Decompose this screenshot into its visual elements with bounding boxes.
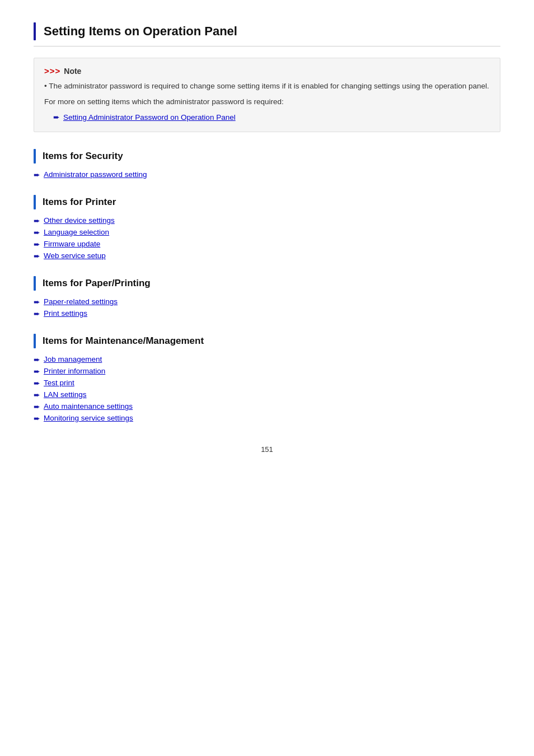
section-maintenance: Items for Maintenance/Management➨Job man… (34, 334, 500, 423)
arrow-icon: ➨ (34, 390, 40, 399)
link-printer-3[interactable]: Web service setup (44, 251, 106, 260)
section-printer: Items for Printer➨Other device settings➨… (34, 195, 500, 260)
section-bar-paper (34, 276, 36, 291)
note-icon: >>> (44, 66, 60, 76)
arrow-icon: ➨ (34, 228, 40, 237)
list-item: ➨Auto maintenance settings (34, 402, 500, 411)
link-maintenance-4[interactable]: Auto maintenance settings (44, 402, 133, 410)
section-bar-printer (34, 195, 36, 209)
list-item: ➨Job management (34, 355, 500, 364)
note-subtext: For more on setting items which the admi… (44, 96, 490, 108)
section-links-security: ➨Administrator password setting (34, 170, 500, 179)
link-printer-1[interactable]: Language selection (44, 228, 109, 236)
link-maintenance-2[interactable]: Test print (44, 379, 74, 387)
arrow-icon: ➨ (34, 240, 40, 249)
list-item: ➨Firmware update (34, 240, 500, 249)
section-paper: Items for Paper/Printing➨Paper-related s… (34, 276, 500, 318)
page-number: 151 (34, 445, 500, 454)
link-printer-0[interactable]: Other device settings (44, 216, 115, 225)
arrow-icon: ➨ (34, 414, 40, 423)
list-item: ➨Administrator password setting (34, 170, 500, 179)
arrow-icon: ➨ (34, 251, 40, 260)
section-title-printer: Items for Printer (43, 197, 116, 208)
link-maintenance-3[interactable]: LAN settings (44, 390, 87, 399)
list-item: ➨Monitoring service settings (34, 414, 500, 423)
list-item: ➨Paper-related settings (34, 297, 500, 306)
arrow-icon: ➨ (34, 170, 40, 179)
section-title-paper: Items for Paper/Printing (43, 278, 151, 289)
note-link[interactable]: Setting Administrator Password on Operat… (63, 111, 236, 124)
link-maintenance-5[interactable]: Monitoring service settings (44, 414, 133, 422)
note-arrow-icon: ➨ (53, 111, 60, 123)
list-item: ➨Web service setup (34, 251, 500, 260)
list-item: ➨Language selection (34, 228, 500, 237)
section-title-row-maintenance: Items for Maintenance/Management (34, 334, 500, 348)
section-title-security: Items for Security (43, 151, 123, 162)
section-title-row-security: Items for Security (34, 149, 500, 164)
page-title-section: Setting Items on Operation Panel (34, 22, 500, 46)
link-paper-1[interactable]: Print settings (44, 309, 87, 318)
section-bar-security (34, 149, 36, 164)
sections-container: Items for Security➨Administrator passwor… (34, 149, 500, 423)
note-body: • The administrator password is required… (44, 80, 490, 124)
link-paper-0[interactable]: Paper-related settings (44, 297, 118, 306)
section-links-printer: ➨Other device settings➨Language selectio… (34, 216, 500, 260)
section-title-row-paper: Items for Paper/Printing (34, 276, 500, 291)
arrow-icon: ➨ (34, 379, 40, 388)
note-link-row: ➨ Setting Administrator Password on Oper… (53, 111, 490, 123)
note-title: Note (64, 67, 81, 76)
title-bar-accent (34, 22, 36, 40)
section-title-maintenance: Items for Maintenance/Management (43, 335, 204, 347)
arrow-icon: ➨ (34, 367, 40, 376)
list-item: ➨LAN settings (34, 390, 500, 399)
list-item: ➨Test print (34, 379, 500, 388)
section-links-paper: ➨Paper-related settings➨Print settings (34, 297, 500, 318)
page-title: Setting Items on Operation Panel (44, 24, 237, 39)
note-bullet: • The administrator password is required… (44, 80, 490, 92)
link-security-0[interactable]: Administrator password setting (44, 170, 147, 179)
list-item: ➨Printer information (34, 367, 500, 376)
arrow-icon: ➨ (34, 216, 40, 225)
arrow-icon: ➨ (34, 402, 40, 411)
link-maintenance-1[interactable]: Printer information (44, 367, 105, 375)
note-box: >>> Note • The administrator password is… (34, 58, 500, 132)
link-printer-2[interactable]: Firmware update (44, 240, 100, 248)
arrow-icon: ➨ (34, 309, 40, 318)
link-maintenance-0[interactable]: Job management (44, 355, 102, 363)
arrow-icon: ➨ (34, 355, 40, 364)
list-item: ➨Other device settings (34, 216, 500, 225)
section-bar-maintenance (34, 334, 36, 348)
arrow-icon: ➨ (34, 297, 40, 306)
section-links-maintenance: ➨Job management➨Printer information➨Test… (34, 355, 500, 423)
section-title-row-printer: Items for Printer (34, 195, 500, 209)
list-item: ➨Print settings (34, 309, 500, 318)
note-header: >>> Note (44, 66, 490, 76)
section-security: Items for Security➨Administrator passwor… (34, 149, 500, 179)
